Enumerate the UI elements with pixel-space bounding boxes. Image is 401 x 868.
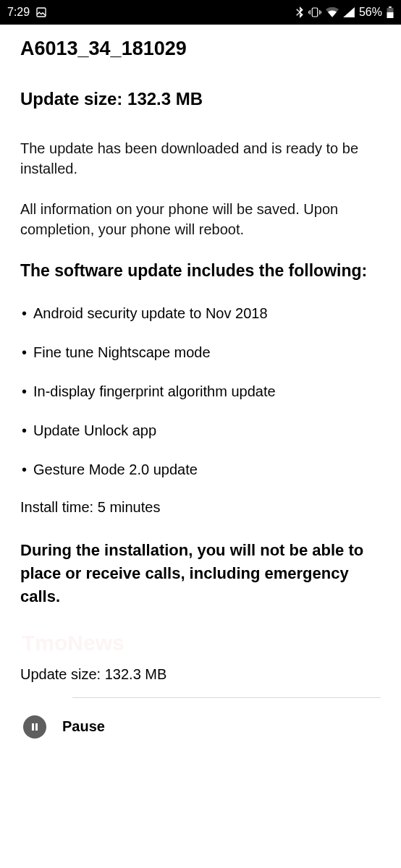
battery-icon [387,7,394,18]
image-icon [35,7,47,18]
list-item: Gesture Mode 2.0 update [20,460,381,479]
includes-heading: The software update includes the followi… [20,260,381,282]
status-right: 56% [295,6,394,19]
update-size-heading: Update size: 132.3 MB [20,89,381,109]
version-title: A6013_34_181029 [20,38,381,60]
status-time: 7:29 [7,6,30,19]
pause-label: Pause [62,718,105,735]
pause-row[interactable]: Pause [20,715,381,739]
download-ready-text: The update has been downloaded and is re… [20,138,381,179]
battery-text: 56% [359,6,382,19]
vibrate-icon [308,7,321,18]
pause-icon[interactable] [23,715,46,739]
bluetooth-icon [295,7,304,18]
svg-rect-2 [389,7,392,8]
divider [72,697,381,698]
list-item: Fine tune Nightscape mode [20,343,381,362]
update-content: A6013_34_181029 Update size: 132.3 MB Th… [0,25,401,739]
status-bar: 7:29 [0,0,401,25]
svg-rect-6 [35,723,38,731]
svg-rect-5 [32,723,34,731]
wifi-icon [326,7,339,17]
install-time-text: Install time: 5 minutes [20,499,381,516]
info-saved-text: All information on your phone will be sa… [20,199,381,239]
status-left: 7:29 [7,6,47,19]
svg-rect-0 [37,8,46,17]
svg-rect-4 [387,12,394,18]
changelog-list: Android security update to Nov 2018 Fine… [20,304,381,479]
svg-rect-1 [312,8,318,17]
list-item: Update Unlock app [20,421,381,440]
signal-icon [343,7,355,17]
installation-warning: During the installation, you will not be… [20,539,381,608]
footer-size-text: Update size: 132.3 MB [20,666,381,683]
list-item: Android security update to Nov 2018 [20,304,381,323]
list-item: In-display fingerprint algorithm update [20,382,381,401]
